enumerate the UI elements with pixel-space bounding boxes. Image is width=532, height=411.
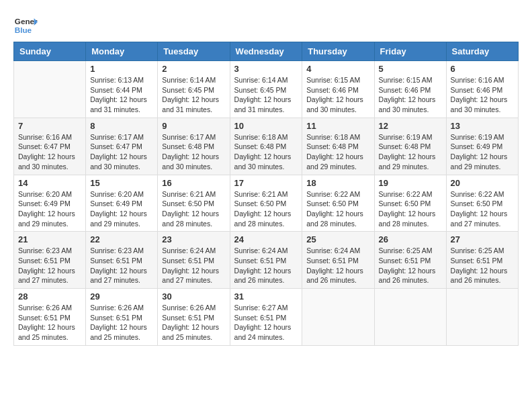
day-info: Sunrise: 6:14 AM Sunset: 6:45 PM Dayligh…	[234, 75, 298, 115]
day-info: Sunrise: 6:20 AM Sunset: 6:49 PM Dayligh…	[18, 189, 81, 229]
calendar-cell: 13Sunrise: 6:19 AM Sunset: 6:49 PM Dayli…	[446, 118, 518, 175]
calendar-cell: 29Sunrise: 6:26 AM Sunset: 6:51 PM Dayli…	[86, 289, 158, 346]
calendar-cell: 5Sunrise: 6:15 AM Sunset: 6:46 PM Daylig…	[374, 61, 446, 118]
day-number: 21	[18, 234, 81, 244]
day-number: 22	[90, 234, 153, 244]
day-number: 11	[306, 121, 369, 131]
calendar-cell: 4Sunrise: 6:15 AM Sunset: 6:46 PM Daylig…	[302, 61, 374, 118]
day-number: 2	[162, 64, 225, 74]
day-number: 20	[451, 178, 514, 188]
calendar-cell: 11Sunrise: 6:18 AM Sunset: 6:48 PM Dayli…	[302, 118, 374, 175]
calendar-cell: 1Sunrise: 6:13 AM Sunset: 6:44 PM Daylig…	[86, 61, 158, 118]
day-info: Sunrise: 6:14 AM Sunset: 6:45 PM Dayligh…	[162, 75, 225, 115]
calendar-cell: 30Sunrise: 6:26 AM Sunset: 6:51 PM Dayli…	[158, 289, 230, 346]
day-number: 30	[162, 291, 225, 302]
day-number: 27	[451, 234, 514, 244]
calendar-week-row: 21Sunrise: 6:23 AM Sunset: 6:51 PM Dayli…	[14, 232, 519, 289]
svg-text:Blue: Blue	[15, 26, 32, 34]
day-info: Sunrise: 6:26 AM Sunset: 6:51 PM Dayligh…	[162, 303, 225, 342]
calendar-cell: 12Sunrise: 6:19 AM Sunset: 6:48 PM Dayli…	[374, 118, 446, 175]
day-number: 19	[379, 178, 442, 188]
day-info: Sunrise: 6:19 AM Sunset: 6:49 PM Dayligh…	[451, 132, 514, 172]
logo-icon: General Blue	[13, 13, 38, 38]
day-number: 28	[18, 291, 81, 302]
day-info: Sunrise: 6:27 AM Sunset: 6:51 PM Dayligh…	[234, 303, 298, 342]
calendar-cell: 18Sunrise: 6:22 AM Sunset: 6:50 PM Dayli…	[302, 175, 374, 232]
day-info: Sunrise: 6:18 AM Sunset: 6:48 PM Dayligh…	[306, 132, 369, 172]
day-number: 5	[379, 64, 442, 74]
calendar-week-row: 14Sunrise: 6:20 AM Sunset: 6:49 PM Dayli…	[14, 175, 519, 232]
calendar-week-row: 1Sunrise: 6:13 AM Sunset: 6:44 PM Daylig…	[14, 61, 519, 118]
calendar-cell: 16Sunrise: 6:21 AM Sunset: 6:50 PM Dayli…	[158, 175, 230, 232]
calendar-cell	[14, 61, 86, 118]
day-number: 8	[90, 121, 153, 131]
day-info: Sunrise: 6:22 AM Sunset: 6:50 PM Dayligh…	[379, 189, 442, 229]
day-info: Sunrise: 6:24 AM Sunset: 6:51 PM Dayligh…	[162, 246, 225, 285]
day-info: Sunrise: 6:25 AM Sunset: 6:51 PM Dayligh…	[379, 246, 442, 285]
day-number: 3	[234, 64, 298, 74]
calendar-cell: 17Sunrise: 6:21 AM Sunset: 6:50 PM Dayli…	[230, 175, 302, 232]
calendar-cell: 25Sunrise: 6:24 AM Sunset: 6:51 PM Dayli…	[302, 232, 374, 289]
day-number: 13	[451, 121, 514, 131]
day-info: Sunrise: 6:19 AM Sunset: 6:48 PM Dayligh…	[379, 132, 442, 172]
calendar-day-header: Sunday	[14, 42, 86, 61]
day-info: Sunrise: 6:21 AM Sunset: 6:50 PM Dayligh…	[162, 189, 225, 229]
day-info: Sunrise: 6:18 AM Sunset: 6:48 PM Dayligh…	[234, 132, 298, 172]
calendar-cell	[446, 289, 518, 346]
logo: General Blue	[13, 13, 38, 38]
day-number: 24	[234, 234, 298, 244]
calendar-cell: 23Sunrise: 6:24 AM Sunset: 6:51 PM Dayli…	[158, 232, 230, 289]
day-number: 7	[18, 121, 81, 131]
day-info: Sunrise: 6:21 AM Sunset: 6:50 PM Dayligh…	[234, 189, 298, 229]
calendar-cell: 27Sunrise: 6:25 AM Sunset: 6:51 PM Dayli…	[446, 232, 518, 289]
calendar-cell: 7Sunrise: 6:16 AM Sunset: 6:47 PM Daylig…	[14, 118, 86, 175]
day-info: Sunrise: 6:23 AM Sunset: 6:51 PM Dayligh…	[90, 246, 153, 285]
day-info: Sunrise: 6:25 AM Sunset: 6:51 PM Dayligh…	[451, 246, 514, 285]
day-info: Sunrise: 6:22 AM Sunset: 6:50 PM Dayligh…	[451, 189, 514, 229]
calendar-cell: 28Sunrise: 6:26 AM Sunset: 6:51 PM Dayli…	[14, 289, 86, 346]
calendar-cell: 22Sunrise: 6:23 AM Sunset: 6:51 PM Dayli…	[86, 232, 158, 289]
calendar-cell: 3Sunrise: 6:14 AM Sunset: 6:45 PM Daylig…	[230, 61, 302, 118]
day-number: 18	[306, 178, 369, 188]
day-number: 31	[234, 291, 298, 302]
day-info: Sunrise: 6:24 AM Sunset: 6:51 PM Dayligh…	[306, 246, 369, 285]
day-number: 6	[451, 64, 514, 74]
calendar-table: SundayMondayTuesdayWednesdayThursdayFrid…	[13, 42, 519, 346]
day-number: 14	[18, 178, 81, 188]
calendar-day-header: Tuesday	[158, 42, 230, 61]
day-number: 17	[234, 178, 298, 188]
day-number: 16	[162, 178, 225, 188]
day-info: Sunrise: 6:15 AM Sunset: 6:46 PM Dayligh…	[379, 75, 442, 115]
day-info: Sunrise: 6:26 AM Sunset: 6:51 PM Dayligh…	[90, 303, 153, 342]
calendar-cell: 2Sunrise: 6:14 AM Sunset: 6:45 PM Daylig…	[158, 61, 230, 118]
calendar-cell: 9Sunrise: 6:17 AM Sunset: 6:48 PM Daylig…	[158, 118, 230, 175]
calendar-cell: 20Sunrise: 6:22 AM Sunset: 6:50 PM Dayli…	[446, 175, 518, 232]
page-header: General Blue	[13, 13, 519, 38]
day-number: 26	[379, 234, 442, 244]
day-number: 9	[162, 121, 225, 131]
day-info: Sunrise: 6:20 AM Sunset: 6:49 PM Dayligh…	[90, 189, 153, 229]
calendar-day-header: Wednesday	[230, 42, 302, 61]
calendar-day-header: Monday	[86, 42, 158, 61]
calendar-day-header: Saturday	[446, 42, 518, 61]
calendar-cell: 6Sunrise: 6:16 AM Sunset: 6:46 PM Daylig…	[446, 61, 518, 118]
day-number: 4	[306, 64, 369, 74]
calendar-cell	[374, 289, 446, 346]
calendar-cell: 26Sunrise: 6:25 AM Sunset: 6:51 PM Dayli…	[374, 232, 446, 289]
calendar-cell: 31Sunrise: 6:27 AM Sunset: 6:51 PM Dayli…	[230, 289, 302, 346]
day-info: Sunrise: 6:24 AM Sunset: 6:51 PM Dayligh…	[234, 246, 298, 285]
day-number: 1	[90, 64, 153, 74]
day-info: Sunrise: 6:17 AM Sunset: 6:48 PM Dayligh…	[162, 132, 225, 172]
day-info: Sunrise: 6:26 AM Sunset: 6:51 PM Dayligh…	[18, 303, 81, 342]
day-info: Sunrise: 6:15 AM Sunset: 6:46 PM Dayligh…	[306, 75, 369, 115]
day-info: Sunrise: 6:22 AM Sunset: 6:50 PM Dayligh…	[306, 189, 369, 229]
calendar-week-row: 7Sunrise: 6:16 AM Sunset: 6:47 PM Daylig…	[14, 118, 519, 175]
day-info: Sunrise: 6:13 AM Sunset: 6:44 PM Dayligh…	[90, 75, 153, 115]
day-info: Sunrise: 6:23 AM Sunset: 6:51 PM Dayligh…	[18, 246, 81, 285]
day-info: Sunrise: 6:17 AM Sunset: 6:47 PM Dayligh…	[90, 132, 153, 172]
day-number: 25	[306, 234, 369, 244]
day-number: 29	[90, 291, 153, 302]
calendar-day-header: Friday	[374, 42, 446, 61]
calendar-cell: 19Sunrise: 6:22 AM Sunset: 6:50 PM Dayli…	[374, 175, 446, 232]
calendar-day-header: Thursday	[302, 42, 374, 61]
